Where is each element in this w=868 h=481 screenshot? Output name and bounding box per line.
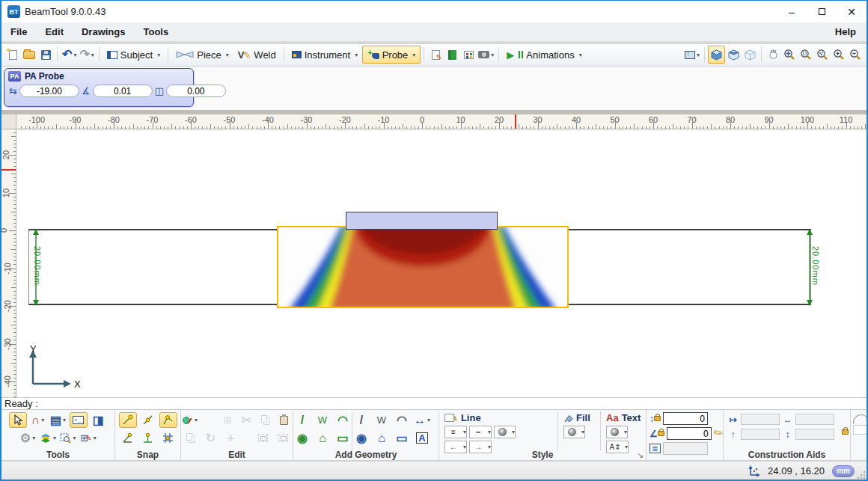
zoom-window-button[interactable] xyxy=(798,46,814,64)
piece-button[interactable]: Piece▾ xyxy=(171,46,233,64)
list-field[interactable] xyxy=(663,442,708,455)
drawing-labels-button[interactable]: ✎ xyxy=(427,46,444,64)
style-picker-button[interactable]: ▾ xyxy=(181,412,198,428)
notebook-button[interactable] xyxy=(444,46,460,64)
snap-endpoint-button[interactable] xyxy=(119,412,137,428)
resize-grip[interactable] xyxy=(858,471,865,479)
units-badge[interactable]: mm xyxy=(832,465,855,477)
zoom-extents-button[interactable] xyxy=(781,46,798,64)
menu-tools[interactable]: Tools xyxy=(134,26,177,37)
draw-circle-button[interactable]: ◉ xyxy=(352,430,370,446)
line-style-select[interactable]: ┅▾ xyxy=(469,426,492,438)
draw-line-button[interactable]: / xyxy=(352,412,370,428)
snap-nearest-button[interactable] xyxy=(159,412,177,428)
magnet-tool-button[interactable]: ∩▾ xyxy=(29,412,47,428)
add-polyline-button[interactable]: W xyxy=(314,412,331,428)
animations-button[interactable]: ▶Animations▾ xyxy=(502,46,586,64)
copy-button[interactable] xyxy=(257,412,274,428)
add-arc-button[interactable]: ◠ xyxy=(334,412,352,428)
pa-probe-panel[interactable]: PA PA Probe ⇆ ∡ ◫ xyxy=(4,68,194,107)
draw-rectangle-button[interactable]: ▭ xyxy=(393,430,411,446)
duplicate-button[interactable] xyxy=(182,430,200,446)
add-rectangle-button[interactable]: ▭ xyxy=(334,430,352,446)
line-color-select[interactable]: ▾ xyxy=(494,426,516,438)
group-button[interactable] xyxy=(254,430,272,446)
menu-drawings[interactable]: Drawings xyxy=(73,26,135,37)
instrument-button[interactable]: Instrument▾ xyxy=(287,46,362,64)
ca-width-field[interactable] xyxy=(795,414,834,425)
snap-angle-button[interactable] xyxy=(119,430,137,446)
line-weight-select[interactable]: ≡▾ xyxy=(444,426,467,438)
protractor-gauge[interactable] xyxy=(853,414,868,424)
rotate-button[interactable]: ↻ xyxy=(202,430,220,446)
fill-color-select[interactable]: ▾ xyxy=(563,426,585,438)
weld-button[interactable]: V✎Weld xyxy=(233,46,281,64)
cut-button[interactable]: ✂ xyxy=(238,412,254,428)
menu-edit[interactable]: Edit xyxy=(36,26,73,37)
image-gallery-button[interactable] xyxy=(460,46,477,64)
menu-help[interactable]: Help xyxy=(825,26,867,37)
ruler-tick xyxy=(13,242,16,242)
ca-y-field[interactable] xyxy=(741,429,780,440)
select-tool-button[interactable] xyxy=(9,412,27,428)
undo-button[interactable]: ↶▾ xyxy=(61,46,78,64)
redo-button[interactable]: ↷▾ xyxy=(78,46,95,64)
zoom-selection-button[interactable] xyxy=(814,46,831,64)
angle-input[interactable] xyxy=(667,427,712,440)
command-bar-button[interactable]: ›_ xyxy=(70,412,88,428)
view-solid-button[interactable] xyxy=(708,46,725,64)
save-button[interactable] xyxy=(37,46,54,64)
beam-simulation-heatmap[interactable] xyxy=(277,226,569,308)
snap-perpendicular-button[interactable] xyxy=(139,430,157,446)
zoom-in-button[interactable] xyxy=(831,46,847,64)
minimize-button[interactable]: – xyxy=(777,1,807,22)
layers-button[interactable]: ▾ xyxy=(39,430,57,446)
snap-grid-button[interactable] xyxy=(159,430,177,446)
options-wrench-button[interactable]: ⚙▾ xyxy=(19,430,37,446)
probe-offset-input[interactable] xyxy=(166,85,226,97)
protractor-field[interactable] xyxy=(853,425,868,435)
screenshot-button[interactable]: ▾ xyxy=(477,46,495,64)
draw-polyline-button[interactable]: W xyxy=(373,412,391,428)
markup-button[interactable]: ⊞✎▾ xyxy=(79,430,97,446)
pa-probe-shape[interactable] xyxy=(346,212,498,230)
menu-file[interactable]: File xyxy=(1,26,36,37)
close-button[interactable]: ✕ xyxy=(837,1,867,22)
add-node-button[interactable]: ⊞ xyxy=(219,412,236,428)
image-grid-icon xyxy=(464,51,474,59)
display-options-button[interactable]: ↑▾ xyxy=(683,46,701,64)
open-file-button[interactable] xyxy=(21,46,37,64)
add-dimension-button[interactable]: ↔▾ xyxy=(413,412,431,428)
zoom-out-button[interactable] xyxy=(847,46,864,64)
maximize-button[interactable] xyxy=(807,1,837,22)
text-color-select[interactable]: ▾ xyxy=(606,426,628,438)
ca-height-field[interactable] xyxy=(795,429,834,440)
move-button[interactable]: + xyxy=(222,430,240,446)
panels-button[interactable]: ▤▾ xyxy=(49,412,67,428)
draw-polygon-button[interactable]: ⌂ xyxy=(373,430,391,446)
side-panel-button[interactable]: ◨ xyxy=(90,412,108,428)
draw-arc-button[interactable]: ◠ xyxy=(393,412,411,428)
add-polygon-button[interactable]: ⌂ xyxy=(314,430,331,446)
probe-angle-input[interactable] xyxy=(93,85,153,97)
add-line-button[interactable]: / xyxy=(293,412,311,428)
zoom-region-button[interactable]: ▾ xyxy=(59,430,77,446)
drawing-canvas[interactable]: 20.00mm 20.00mm Y X xyxy=(16,129,867,397)
probe-skew-input[interactable] xyxy=(19,85,79,97)
ca-x-field[interactable] xyxy=(741,414,780,425)
probe-button[interactable]: +Probe▾ xyxy=(362,46,421,64)
length-input[interactable] xyxy=(663,412,708,425)
view-transparent-button[interactable] xyxy=(742,46,758,64)
snap-midpoint-button[interactable] xyxy=(139,412,157,428)
style-dialog-launcher[interactable]: ↘ xyxy=(638,451,644,459)
subject-button[interactable]: Subject▾ xyxy=(103,46,165,64)
pan-button[interactable] xyxy=(765,46,781,64)
paste-button[interactable] xyxy=(276,412,293,428)
ungroup-button[interactable] xyxy=(275,430,293,446)
ca-lock-icon[interactable] xyxy=(842,429,849,435)
add-circle-button[interactable]: ◉ xyxy=(293,430,311,446)
eraser-button[interactable] xyxy=(201,412,217,428)
add-text-button[interactable]: A xyxy=(413,430,431,446)
new-file-button[interactable]: ✶ xyxy=(4,46,21,64)
view-wireframe-button[interactable] xyxy=(725,46,742,64)
